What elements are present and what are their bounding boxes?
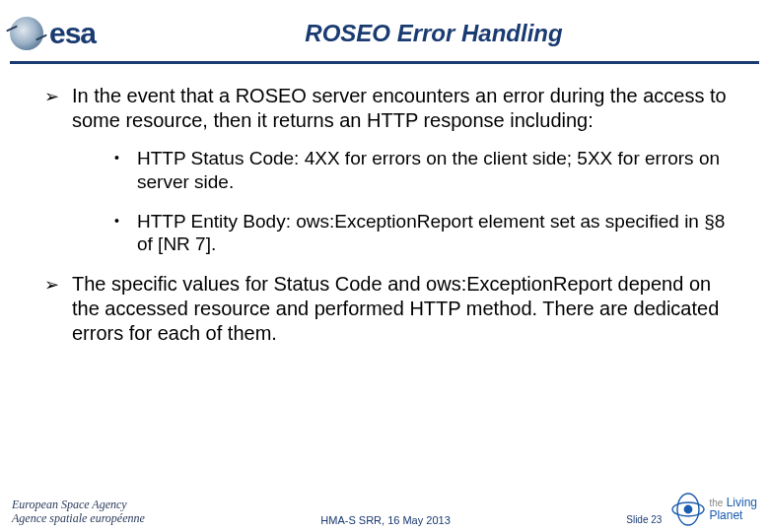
footer-right: Slide 23 the Living Planet	[626, 493, 757, 526]
esa-globe-icon	[10, 17, 43, 50]
sub-bullet-list: • HTTP Status Code: 4XX for errors on th…	[72, 147, 739, 256]
bullet-main: ➢ In the event that a ROSEO server encou…	[44, 84, 739, 256]
living-planet-icon	[671, 493, 705, 526]
dot-icon: •	[114, 150, 119, 167]
slide-title: ROSEO Error Handling	[168, 20, 759, 47]
bullet-text: HTTP Status Code: 4XX for errors on the …	[137, 148, 720, 192]
arrow-icon: ➢	[44, 274, 59, 297]
living-planet-line: Planet	[709, 508, 742, 522]
bullet-sub: • HTTP Entity Body: ows:ExceptionReport …	[113, 210, 739, 257]
bullet-text: The specific values for Status Code and …	[72, 273, 719, 344]
living-planet-text: the Living Planet	[709, 497, 757, 521]
slide-content: ➢ In the event that a ROSEO server encou…	[0, 64, 769, 346]
agency-line: Agence spatiale européenne	[12, 512, 145, 526]
living-planet-logo: the Living Planet	[671, 493, 757, 526]
bullet-sub: • HTTP Status Code: 4XX for errors on th…	[113, 147, 739, 194]
agency-name: European Space Agency Agence spatiale eu…	[12, 499, 145, 526]
slide-header: esa ROSEO Error Handling	[0, 0, 769, 59]
arrow-icon: ➢	[44, 86, 59, 108]
slide-number: Slide 23	[626, 514, 662, 526]
svg-point-2	[684, 505, 693, 514]
bullet-text: In the event that a ROSEO server encount…	[72, 85, 727, 131]
dot-icon: •	[114, 213, 119, 231]
living-planet-the: the	[709, 498, 723, 508]
footer-center-text: HMA-S SRR, 16 May 2013	[145, 514, 626, 526]
slide-footer: European Space Agency Agence spatiale eu…	[0, 471, 769, 532]
bullet-text: HTTP Entity Body: ows:ExceptionReport el…	[137, 211, 725, 255]
esa-logo-text: esa	[49, 17, 96, 50]
esa-logo: esa	[10, 17, 168, 50]
agency-line: European Space Agency	[12, 499, 145, 512]
bullet-main: ➢ The specific values for Status Code an…	[44, 272, 739, 346]
